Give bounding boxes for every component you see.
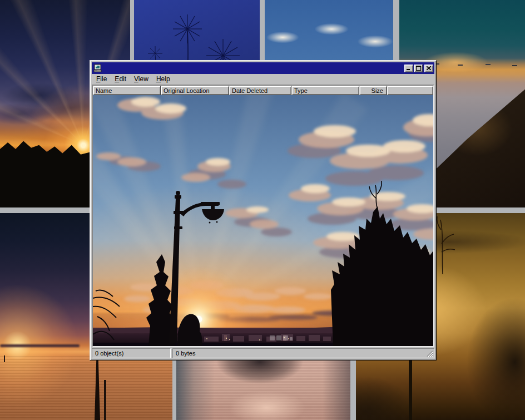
close-button[interactable]: [424, 65, 433, 72]
status-bar: 0 object(s) 0 bytes: [92, 348, 434, 358]
resize-grip[interactable]: [426, 350, 433, 357]
column-header-row: Name Original Location Date Deleted Type…: [93, 86, 433, 95]
title-bar[interactable]: [92, 62, 434, 74]
list-viewport-wallpaper-photo[interactable]: [93, 95, 433, 346]
menu-help[interactable]: Help: [152, 74, 174, 85]
column-header-filler: [387, 86, 433, 95]
menu-file[interactable]: File: [92, 74, 111, 85]
menu-edit[interactable]: Edit: [111, 74, 130, 85]
water-pole-thin: [104, 380, 106, 420]
window-system-icon[interactable]: [93, 64, 102, 72]
water-ripples: [0, 356, 172, 420]
sunset-lamp-photo: [93, 95, 433, 346]
minimize-button[interactable]: [404, 65, 413, 72]
maximize-button[interactable]: [414, 65, 423, 72]
distant-pole: [4, 355, 5, 362]
maximize-icon: [416, 66, 421, 71]
column-header-type[interactable]: Type: [291, 86, 359, 95]
lamp-post-base: [409, 357, 412, 420]
column-header-size[interactable]: Size: [359, 86, 387, 95]
menu-view[interactable]: View: [130, 74, 152, 85]
desktop-wallpaper: File Edit View Help Name Original Locati…: [0, 0, 525, 420]
file-list-view: Name Original Location Date Deleted Type…: [92, 85, 434, 347]
minimize-icon: [407, 66, 411, 70]
status-object-count: 0 object(s): [92, 348, 171, 358]
column-header-original-location[interactable]: Original Location: [161, 86, 229, 95]
recycle-bin-window: File Edit View Help Name Original Locati…: [90, 60, 437, 360]
column-header-date-deleted[interactable]: Date Deleted: [229, 86, 291, 95]
status-bytes: 0 bytes: [172, 348, 434, 358]
menu-bar: File Edit View Help: [92, 74, 434, 85]
status-bytes-text: 0 bytes: [176, 350, 195, 357]
horizon-cloud-streak: [0, 344, 80, 347]
close-icon: [427, 66, 431, 70]
wispy-plant-silhouette: [435, 213, 468, 274]
column-header-name[interactable]: Name: [93, 86, 161, 95]
